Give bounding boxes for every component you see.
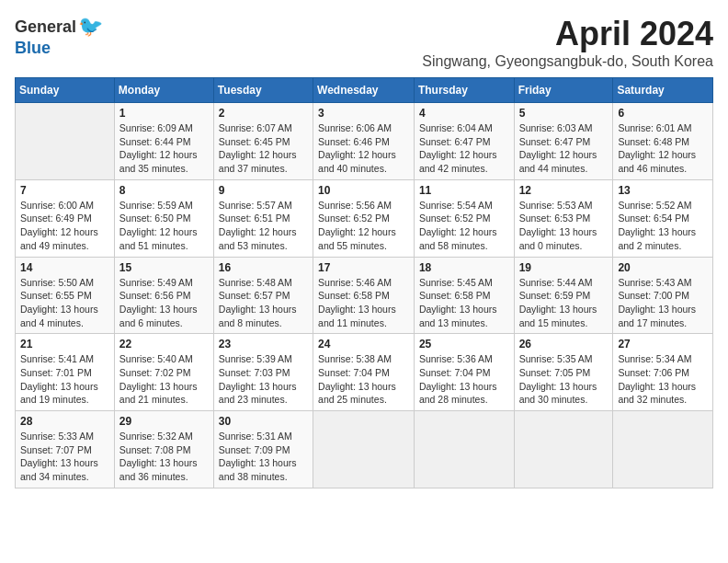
week-row-4: 21Sunrise: 5:41 AMSunset: 7:01 PMDayligh… — [16, 334, 713, 411]
day-cell: 10Sunrise: 5:56 AMSunset: 6:52 PMDayligh… — [313, 179, 415, 257]
day-number: 10 — [318, 184, 409, 197]
day-number: 4 — [419, 107, 509, 120]
day-info: Sunrise: 5:50 AMSunset: 6:55 PMDaylight:… — [20, 276, 109, 330]
day-cell: 23Sunrise: 5:39 AMSunset: 7:03 PMDayligh… — [213, 334, 313, 411]
day-cell: 22Sunrise: 5:40 AMSunset: 7:02 PMDayligh… — [114, 334, 213, 411]
header-cell-friday: Friday — [514, 78, 613, 103]
day-number: 5 — [519, 107, 609, 120]
day-cell — [514, 411, 613, 488]
day-info: Sunrise: 6:04 AMSunset: 6:47 PMDaylight:… — [419, 121, 509, 176]
day-info: Sunrise: 5:35 AMSunset: 7:05 PMDaylight:… — [519, 352, 609, 407]
week-row-1: 1Sunrise: 6:09 AMSunset: 6:44 PMDaylight… — [16, 103, 713, 180]
day-number: 8 — [119, 184, 209, 197]
day-number: 14 — [20, 261, 109, 274]
week-row-2: 7Sunrise: 6:00 AMSunset: 6:49 PMDaylight… — [16, 179, 713, 257]
day-info: Sunrise: 5:31 AMSunset: 7:09 PMDaylight:… — [219, 430, 308, 484]
day-number: 22 — [119, 338, 209, 350]
day-cell: 15Sunrise: 5:49 AMSunset: 6:56 PMDayligh… — [114, 257, 213, 334]
day-number: 23 — [219, 338, 308, 350]
day-number: 27 — [618, 338, 708, 350]
day-cell: 9Sunrise: 5:57 AMSunset: 6:51 PMDaylight… — [213, 179, 313, 257]
header-cell-wednesday: Wednesday — [313, 78, 415, 103]
day-cell: 21Sunrise: 5:41 AMSunset: 7:01 PMDayligh… — [16, 334, 115, 411]
day-cell: 8Sunrise: 5:59 AMSunset: 6:50 PMDaylight… — [114, 179, 213, 257]
calendar-table: SundayMondayTuesdayWednesdayThursdayFrid… — [15, 77, 713, 488]
day-number: 29 — [119, 415, 209, 428]
day-cell: 25Sunrise: 5:36 AMSunset: 7:04 PMDayligh… — [414, 334, 514, 411]
day-info: Sunrise: 5:57 AMSunset: 6:51 PMDaylight:… — [219, 199, 308, 253]
day-number: 1 — [119, 107, 209, 120]
day-info: Sunrise: 6:03 AMSunset: 6:47 PMDaylight:… — [519, 121, 609, 176]
day-cell: 20Sunrise: 5:43 AMSunset: 7:00 PMDayligh… — [613, 257, 713, 334]
day-info: Sunrise: 6:07 AMSunset: 6:45 PMDaylight:… — [219, 121, 308, 176]
day-info: Sunrise: 5:33 AMSunset: 7:07 PMDaylight:… — [20, 430, 109, 484]
day-number: 6 — [618, 107, 708, 120]
day-cell: 14Sunrise: 5:50 AMSunset: 6:55 PMDayligh… — [16, 257, 115, 334]
day-info: Sunrise: 5:46 AMSunset: 6:58 PMDaylight:… — [318, 276, 409, 330]
day-cell: 5Sunrise: 6:03 AMSunset: 6:47 PMDaylight… — [514, 103, 613, 180]
day-cell: 18Sunrise: 5:45 AMSunset: 6:58 PMDayligh… — [414, 257, 514, 334]
day-cell: 27Sunrise: 5:34 AMSunset: 7:06 PMDayligh… — [613, 334, 713, 411]
day-info: Sunrise: 5:52 AMSunset: 6:54 PMDaylight:… — [618, 199, 708, 253]
day-info: Sunrise: 5:59 AMSunset: 6:50 PMDaylight:… — [119, 199, 209, 253]
day-number: 17 — [318, 261, 409, 274]
day-number: 19 — [519, 261, 609, 274]
location-title: Singwang, Gyeongsangbuk-do, South Korea — [422, 53, 713, 70]
day-cell: 1Sunrise: 6:09 AMSunset: 6:44 PMDaylight… — [114, 103, 213, 180]
day-number: 15 — [119, 261, 209, 274]
day-cell: 28Sunrise: 5:33 AMSunset: 7:07 PMDayligh… — [16, 411, 115, 488]
day-cell: 11Sunrise: 5:54 AMSunset: 6:52 PMDayligh… — [414, 179, 514, 257]
day-info: Sunrise: 6:00 AMSunset: 6:49 PMDaylight:… — [20, 199, 109, 253]
day-cell: 7Sunrise: 6:00 AMSunset: 6:49 PMDaylight… — [16, 179, 115, 257]
day-number: 9 — [219, 184, 308, 197]
day-info: Sunrise: 6:09 AMSunset: 6:44 PMDaylight:… — [119, 121, 209, 176]
day-info: Sunrise: 6:01 AMSunset: 6:48 PMDaylight:… — [618, 121, 708, 176]
day-number: 24 — [318, 338, 409, 350]
day-number: 16 — [219, 261, 308, 274]
header-cell-thursday: Thursday — [414, 78, 514, 103]
day-cell: 29Sunrise: 5:32 AMSunset: 7:08 PMDayligh… — [114, 411, 213, 488]
logo-general-text: General — [15, 17, 76, 37]
day-info: Sunrise: 5:45 AMSunset: 6:58 PMDaylight:… — [419, 276, 509, 330]
day-number: 2 — [219, 107, 308, 120]
header-cell-sunday: Sunday — [16, 78, 115, 103]
day-cell: 6Sunrise: 6:01 AMSunset: 6:48 PMDaylight… — [613, 103, 713, 180]
day-info: Sunrise: 5:49 AMSunset: 6:56 PMDaylight:… — [119, 276, 209, 330]
week-row-3: 14Sunrise: 5:50 AMSunset: 6:55 PMDayligh… — [16, 257, 713, 334]
day-cell: 16Sunrise: 5:48 AMSunset: 6:57 PMDayligh… — [213, 257, 313, 334]
header-cell-monday: Monday — [114, 78, 213, 103]
logo: General 🐦 Blue — [15, 15, 103, 58]
day-info: Sunrise: 6:06 AMSunset: 6:46 PMDaylight:… — [318, 121, 409, 176]
month-title: April 2024 — [422, 15, 713, 53]
day-info: Sunrise: 5:44 AMSunset: 6:59 PMDaylight:… — [519, 276, 609, 330]
day-cell: 12Sunrise: 5:53 AMSunset: 6:53 PMDayligh… — [514, 179, 613, 257]
day-info: Sunrise: 5:36 AMSunset: 7:04 PMDaylight:… — [419, 352, 509, 407]
week-row-5: 28Sunrise: 5:33 AMSunset: 7:07 PMDayligh… — [16, 411, 713, 488]
day-cell — [613, 411, 713, 488]
day-cell — [16, 103, 115, 180]
day-number: 26 — [519, 338, 609, 350]
day-cell: 19Sunrise: 5:44 AMSunset: 6:59 PMDayligh… — [514, 257, 613, 334]
day-cell: 3Sunrise: 6:06 AMSunset: 6:46 PMDaylight… — [313, 103, 415, 180]
logo-blue-text: Blue — [15, 39, 51, 58]
day-number: 12 — [519, 184, 609, 197]
day-cell: 13Sunrise: 5:52 AMSunset: 6:54 PMDayligh… — [613, 179, 713, 257]
day-info: Sunrise: 5:39 AMSunset: 7:03 PMDaylight:… — [219, 352, 308, 407]
header: General 🐦 Blue April 2024 Singwang, Gyeo… — [15, 15, 713, 70]
day-info: Sunrise: 5:40 AMSunset: 7:02 PMDaylight:… — [119, 352, 209, 407]
day-cell: 4Sunrise: 6:04 AMSunset: 6:47 PMDaylight… — [414, 103, 514, 180]
day-info: Sunrise: 5:43 AMSunset: 7:00 PMDaylight:… — [618, 276, 708, 330]
day-cell: 24Sunrise: 5:38 AMSunset: 7:04 PMDayligh… — [313, 334, 415, 411]
day-number: 20 — [618, 261, 708, 274]
day-number: 21 — [20, 338, 109, 350]
day-info: Sunrise: 5:53 AMSunset: 6:53 PMDaylight:… — [519, 199, 609, 253]
day-info: Sunrise: 5:38 AMSunset: 7:04 PMDaylight:… — [318, 352, 409, 407]
logo-bird-icon: 🐦 — [78, 15, 103, 39]
day-number: 13 — [618, 184, 708, 197]
day-number: 18 — [419, 261, 509, 274]
day-info: Sunrise: 5:34 AMSunset: 7:06 PMDaylight:… — [618, 352, 708, 407]
day-info: Sunrise: 5:56 AMSunset: 6:52 PMDaylight:… — [318, 199, 409, 253]
day-info: Sunrise: 5:54 AMSunset: 6:52 PMDaylight:… — [419, 199, 509, 253]
day-cell: 2Sunrise: 6:07 AMSunset: 6:45 PMDaylight… — [213, 103, 313, 180]
day-cell: 26Sunrise: 5:35 AMSunset: 7:05 PMDayligh… — [514, 334, 613, 411]
